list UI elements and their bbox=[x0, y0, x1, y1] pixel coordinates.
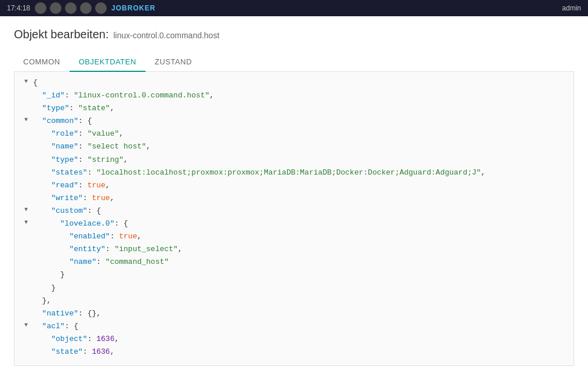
toggle-button[interactable]: ▼ bbox=[23, 217, 30, 227]
json-line: ▼ "common": { bbox=[14, 115, 574, 128]
json-line: "write": true, bbox=[14, 192, 574, 205]
json-line: "entity": "input_select", bbox=[14, 243, 574, 256]
line-content: "type": "string", bbox=[33, 154, 128, 166]
line-content: } bbox=[33, 282, 56, 295]
line-gutter: ▼ bbox=[14, 115, 33, 125]
json-line: "owner": "system.user.admin", bbox=[14, 358, 574, 361]
line-gutter: ▼ bbox=[14, 217, 33, 227]
json-line: "role": "value", bbox=[14, 128, 574, 140]
line-content: "state": 1636, bbox=[33, 346, 114, 358]
line-content: "read": true, bbox=[33, 179, 110, 192]
json-line: "type": "state", bbox=[14, 102, 574, 115]
tab-objektdaten[interactable]: OBJEKTDATEN bbox=[70, 53, 146, 72]
json-line: "state": 1636, bbox=[14, 346, 574, 358]
json-line: ▼ "acl": { bbox=[14, 320, 574, 333]
json-line: "_id": "linux-control.0.command.host", bbox=[14, 89, 574, 102]
json-line: } bbox=[14, 282, 574, 295]
tabs-container: COMMON OBJEKTDATEN ZUSTAND bbox=[14, 53, 574, 72]
line-content: "name": "command_host" bbox=[33, 256, 169, 269]
topbar-icon-1 bbox=[35, 2, 46, 14]
json-line: ▼ "lovelace.0": { bbox=[14, 217, 574, 230]
topbar-icons bbox=[35, 2, 107, 14]
json-line: "name": "command_host" bbox=[14, 256, 574, 269]
topbar-icon-3 bbox=[65, 2, 77, 14]
toggle-button[interactable]: ▼ bbox=[23, 77, 30, 86]
json-line: "type": "string", bbox=[14, 154, 574, 166]
json-line: "states": "localhost:localhost;proxmox:p… bbox=[14, 166, 574, 179]
line-content: "role": "value", bbox=[33, 128, 124, 140]
line-content: }, bbox=[33, 295, 51, 307]
topbar: 17:4:18 JOBROKER admin bbox=[0, 0, 588, 16]
json-line: "enabled": true, bbox=[14, 230, 574, 243]
line-content: "owner": "system.user.admin", bbox=[33, 358, 182, 361]
topbar-left: 17:4:18 JOBROKER bbox=[7, 2, 155, 14]
topbar-icon-4 bbox=[80, 2, 92, 14]
line-content: } bbox=[33, 269, 65, 281]
json-line: ▼ "custom": { bbox=[14, 205, 574, 217]
line-content: "write": true, bbox=[33, 192, 114, 205]
json-line: }, bbox=[14, 295, 574, 307]
json-line: "name": "select host", bbox=[14, 140, 574, 153]
tab-common[interactable]: COMMON bbox=[14, 53, 70, 72]
line-content: "object": 1636, bbox=[33, 333, 119, 346]
line-content: "_id": "linux-control.0.command.host", bbox=[33, 89, 214, 102]
json-line: "object": 1636, bbox=[14, 333, 574, 346]
line-gutter: ▼ bbox=[14, 205, 33, 215]
line-gutter: ▼ bbox=[14, 320, 33, 330]
page-title-prefix: Objekt bearbeiten: bbox=[14, 28, 108, 41]
json-line: "read": true, bbox=[14, 179, 574, 192]
json-line: "native": {}, bbox=[14, 307, 574, 320]
line-content: "custom": { bbox=[33, 205, 101, 217]
line-content: "common": { bbox=[33, 115, 92, 128]
toggle-button[interactable]: ▼ bbox=[23, 205, 30, 215]
line-content: "native": {}, bbox=[33, 307, 101, 320]
line-content: "states": "localhost:localhost;proxmox:p… bbox=[33, 166, 485, 179]
topbar-brand: JOBROKER bbox=[111, 4, 155, 12]
line-content: "entity": "input_select", bbox=[33, 243, 182, 256]
line-content: { bbox=[33, 77, 38, 89]
json-scroll-area[interactable]: ▼{ "_id": "linux-control.0.command.host"… bbox=[14, 77, 574, 361]
line-content: "acl": { bbox=[33, 320, 78, 333]
line-content: "lovelace.0": { bbox=[33, 217, 128, 230]
topbar-admin: admin bbox=[562, 4, 581, 12]
topbar-icon-2 bbox=[50, 2, 61, 14]
line-content: "enabled": true, bbox=[33, 230, 141, 243]
tab-zustand[interactable]: ZUSTAND bbox=[146, 53, 201, 72]
json-line: } bbox=[14, 269, 574, 281]
json-line: ▼{ bbox=[14, 77, 574, 89]
page-content: Objekt bearbeiten: linux-control.0.comma… bbox=[0, 16, 588, 366]
line-content: "type": "state", bbox=[33, 102, 114, 115]
topbar-icon-5 bbox=[95, 2, 107, 14]
page-title-id: linux-control.0.command.host bbox=[113, 31, 219, 40]
topbar-time: 17:4:18 bbox=[7, 4, 30, 12]
page-title: Objekt bearbeiten: linux-control.0.comma… bbox=[14, 28, 574, 41]
json-viewer: ▼{ "_id": "linux-control.0.command.host"… bbox=[14, 72, 574, 366]
line-content: "name": "select host", bbox=[33, 140, 151, 153]
toggle-button[interactable]: ▼ bbox=[23, 115, 30, 125]
toggle-button[interactable]: ▼ bbox=[23, 320, 30, 330]
line-gutter: ▼ bbox=[14, 77, 33, 86]
